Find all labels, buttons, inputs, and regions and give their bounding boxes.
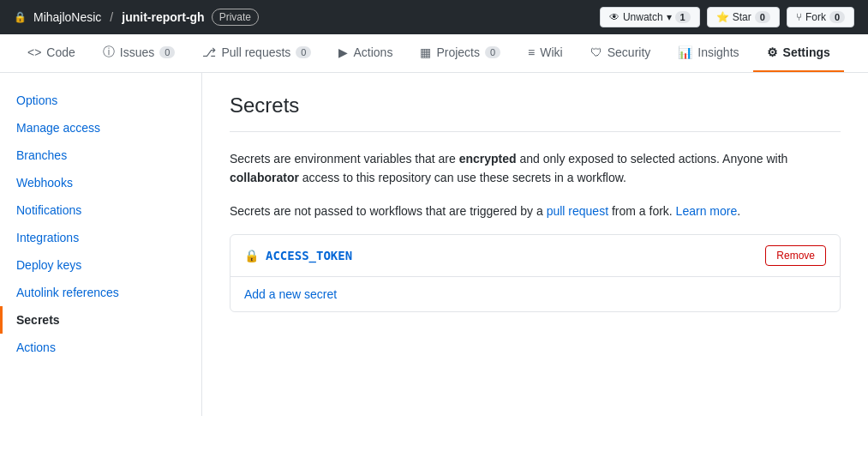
description-2: Secrets are not passed to workflows that…	[230, 202, 841, 220]
sidebar-item-branches[interactable]: Branches	[0, 142, 201, 169]
pr-count: 0	[296, 46, 311, 58]
repo-info: 🔒 MihajloNesic / junit-report-gh Private	[14, 9, 259, 26]
page-title: Secrets	[230, 93, 841, 132]
star-count: 0	[755, 11, 770, 23]
unwatch-button[interactable]: 👁 Unwatch ▾ 1	[600, 7, 700, 27]
sidebar-item-deploy-keys[interactable]: Deploy keys	[0, 251, 201, 279]
unwatch-count: 1	[675, 11, 691, 23]
tab-security[interactable]: 🛡 Security	[577, 34, 665, 72]
remove-button[interactable]: Remove	[765, 245, 826, 266]
collaborator-bold: collaborator	[230, 171, 299, 184]
tab-settings[interactable]: ⚙ Settings	[753, 34, 844, 72]
sidebar-item-notifications[interactable]: Notifications	[0, 196, 201, 224]
lock-icon: 🔒	[14, 11, 27, 23]
star-icon: ⭐	[716, 11, 729, 23]
fork-icon: ⑂	[796, 11, 802, 23]
tab-projects[interactable]: ▦ Projects 0	[406, 34, 514, 72]
issues-count: 0	[159, 46, 175, 58]
tab-actions[interactable]: ▶ Actions	[325, 34, 406, 72]
tab-pr-label: Pull requests	[221, 45, 290, 59]
top-bar: 🔒 MihajloNesic / junit-report-gh Private…	[0, 0, 868, 34]
secrets-box: 🔒 ACCESS_TOKEN Remove Add a new secret	[230, 234, 841, 312]
tab-settings-label: Settings	[783, 45, 830, 59]
sidebar-item-webhooks[interactable]: Webhooks	[0, 169, 201, 196]
tab-projects-label: Projects	[436, 45, 480, 59]
projects-count: 0	[485, 46, 500, 58]
actions-icon: ▶	[338, 45, 348, 59]
secret-name: 🔒 ACCESS_TOKEN	[244, 249, 352, 262]
repo-name-link[interactable]: junit-report-gh	[122, 10, 204, 24]
projects-icon: ▦	[420, 45, 431, 59]
sidebar-item-manage-access[interactable]: Manage access	[0, 114, 201, 142]
top-actions: 👁 Unwatch ▾ 1 ⭐ Star 0 ⑂ Fork 0	[600, 7, 854, 27]
fork-count: 0	[829, 11, 845, 23]
tab-actions-label: Actions	[353, 45, 392, 59]
tab-insights-label: Insights	[697, 45, 739, 59]
unwatch-icon: ▾	[667, 11, 672, 23]
tab-security-label: Security	[608, 45, 651, 59]
fork-label: Fork	[805, 11, 826, 23]
sidebar-item-autolink-references[interactable]: Autolink references	[0, 279, 201, 306]
eye-icon: 👁	[609, 11, 620, 23]
tab-code-label: Code	[46, 45, 75, 59]
add-secret-row: Add a new secret	[230, 277, 840, 311]
private-badge: Private	[212, 9, 259, 26]
tab-issues-label: Issues	[120, 45, 154, 59]
issues-icon: ⓘ	[103, 45, 115, 60]
repo-slash: /	[110, 10, 113, 24]
sidebar-item-integrations[interactable]: Integrations	[0, 224, 201, 251]
tab-issues[interactable]: ⓘ Issues 0	[89, 34, 189, 72]
encrypted-bold: encrypted	[459, 152, 517, 166]
security-icon: 🛡	[590, 45, 602, 59]
learn-more-link[interactable]: Learn more	[676, 204, 738, 218]
add-secret-link[interactable]: Add a new secret	[244, 287, 337, 301]
sidebar-item-actions[interactable]: Actions	[0, 334, 201, 361]
pr-icon: ⎇	[202, 45, 216, 59]
star-label: Star	[733, 11, 751, 23]
insights-icon: 📊	[678, 45, 692, 59]
tab-pull-requests[interactable]: ⎇ Pull requests 0	[189, 34, 325, 72]
lock-green-icon: 🔒	[244, 249, 259, 262]
wiki-icon: ≡	[528, 45, 535, 59]
tab-insights[interactable]: 📊 Insights	[664, 34, 752, 72]
settings-icon: ⚙	[767, 45, 778, 59]
description-1: Secrets are environment variables that a…	[230, 149, 841, 188]
star-button[interactable]: ⭐ Star 0	[707, 7, 780, 27]
tab-wiki[interactable]: ≡ Wiki	[514, 34, 577, 72]
sidebar-item-secrets[interactable]: Secrets	[0, 306, 201, 334]
content-area: Secrets Secrets are environment variable…	[202, 73, 868, 416]
code-icon: <>	[27, 45, 41, 59]
sidebar-item-options[interactable]: Options	[0, 87, 201, 114]
fork-button[interactable]: ⑂ Fork 0	[787, 7, 854, 27]
tab-wiki-label: Wiki	[540, 45, 562, 59]
unwatch-label: Unwatch	[623, 11, 663, 23]
nav-tabs: <> Code ⓘ Issues 0 ⎇ Pull requests 0 ▶ A…	[0, 34, 868, 73]
pull-request-link[interactable]: pull request	[547, 204, 608, 218]
tab-code[interactable]: <> Code	[14, 34, 89, 72]
main-layout: Options Manage access Branches Webhooks …	[0, 73, 868, 416]
secret-row: 🔒 ACCESS_TOKEN Remove	[230, 235, 840, 277]
secret-token-name: ACCESS_TOKEN	[266, 249, 352, 262]
repo-owner-link[interactable]: MihajloNesic	[33, 10, 101, 24]
sidebar: Options Manage access Branches Webhooks …	[0, 73, 202, 416]
